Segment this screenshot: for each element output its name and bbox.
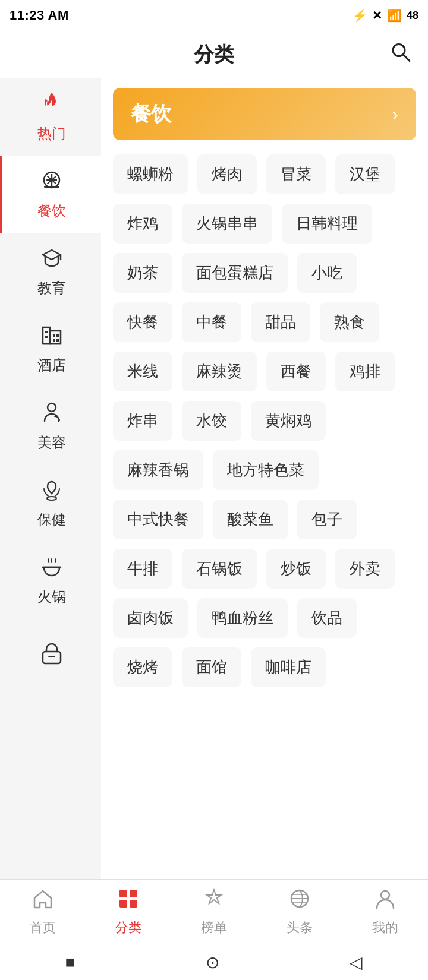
hotel-icon: [39, 323, 64, 351]
list-item[interactable]: 水饺: [182, 401, 241, 441]
sidebar-item-bag[interactable]: [0, 619, 101, 696]
list-item[interactable]: 酸菜鱼: [213, 500, 288, 539]
sidebar-label-beauty: 美容: [37, 433, 66, 452]
android-circle-btn[interactable]: ⊙: [206, 953, 219, 972]
list-item[interactable]: 咖啡店: [251, 647, 326, 687]
list-item[interactable]: 汉堡: [335, 154, 395, 194]
svg-rect-10: [56, 334, 59, 337]
svg-rect-19: [130, 900, 137, 908]
sidebar-item-hotpot[interactable]: 火锅: [0, 542, 101, 619]
list-item[interactable]: 面包蛋糕店: [182, 253, 288, 293]
list-item[interactable]: 小吃: [297, 253, 357, 293]
nav-label-mine: 我的: [372, 919, 398, 937]
nav-label-home: 首页: [30, 919, 56, 937]
list-item[interactable]: 鸭血粉丝: [197, 598, 288, 638]
header: 分类: [0, 31, 428, 78]
sidebar-item-beauty[interactable]: 美容: [0, 387, 101, 464]
status-time: 11:23 AM: [10, 8, 69, 23]
page-title: 分类: [194, 41, 234, 68]
sidebar-label-hot: 热门: [37, 124, 66, 143]
bluetooth-icon: ⚡: [353, 8, 367, 23]
sidebar-item-education[interactable]: 教育: [0, 233, 101, 310]
list-item[interactable]: 饮品: [297, 598, 357, 638]
bag-icon: [39, 641, 64, 669]
dining-icon: [39, 168, 64, 197]
svg-point-14: [47, 497, 56, 500]
list-item[interactable]: 鸡排: [335, 352, 395, 391]
sidebar-item-dining[interactable]: 餐饮: [0, 156, 101, 233]
list-item[interactable]: 熟食: [320, 302, 379, 342]
list-item[interactable]: 中式快餐: [113, 500, 203, 539]
wifi-icon: 📶: [387, 8, 402, 23]
sidebar-label-hotel: 酒店: [37, 356, 66, 375]
sidebar-label-hotpot: 火锅: [37, 587, 66, 606]
android-square-btn[interactable]: ■: [65, 953, 75, 972]
list-item[interactable]: 烤肉: [197, 154, 257, 194]
svg-rect-11: [56, 339, 59, 342]
list-item[interactable]: 炸鸡: [113, 204, 172, 244]
nav-label-news: 头条: [287, 919, 313, 937]
list-item[interactable]: 奶茶: [113, 253, 172, 293]
svg-rect-15: [43, 652, 61, 663]
list-item[interactable]: 炒饭: [266, 549, 326, 589]
list-item[interactable]: 地方特色菜: [213, 450, 319, 490]
nav-item-news[interactable]: 头条: [270, 887, 329, 937]
bottom-nav: 首页 分类 榜单 头条: [0, 879, 428, 944]
svg-line-1: [404, 55, 410, 61]
nav-item-category[interactable]: 分类: [99, 887, 158, 937]
nav-label-category: 分类: [115, 919, 141, 937]
nav-item-mine[interactable]: 我的: [355, 887, 415, 937]
sidebar-item-health[interactable]: 保健: [0, 464, 101, 542]
list-item[interactable]: 外卖: [335, 549, 395, 589]
status-bar: 11:23 AM ⚡ ✕ 📶 48: [0, 0, 428, 31]
svg-rect-3: [44, 186, 59, 188]
list-item[interactable]: 牛排: [113, 549, 172, 589]
home-icon: [32, 887, 54, 915]
list-item[interactable]: 包子: [297, 500, 357, 539]
list-item[interactable]: 卤肉饭: [113, 598, 188, 638]
list-item[interactable]: 中餐: [182, 302, 241, 342]
list-item[interactable]: 快餐: [113, 302, 172, 342]
svg-rect-16: [119, 890, 127, 897]
education-icon: [39, 245, 64, 274]
svg-rect-6: [45, 331, 48, 333]
main-layout: 热门 餐饮: [0, 78, 428, 879]
nav-item-rank[interactable]: 榜单: [184, 887, 244, 937]
list-item[interactable]: 螺蛳粉: [113, 154, 188, 194]
svg-rect-9: [53, 339, 55, 342]
list-item[interactable]: 炸串: [113, 401, 172, 441]
hot-icon: [39, 91, 64, 119]
search-button[interactable]: [390, 41, 411, 68]
list-item[interactable]: 冒菜: [266, 154, 326, 194]
list-item[interactable]: 火锅串串: [182, 204, 272, 244]
android-back-btn[interactable]: ◁: [350, 953, 363, 972]
list-item[interactable]: 麻辣香锅: [113, 450, 203, 490]
list-item[interactable]: 米线: [113, 352, 172, 391]
list-item[interactable]: 麻辣烫: [182, 352, 257, 391]
beauty-icon: [39, 400, 64, 428]
svg-point-13: [48, 403, 56, 412]
news-icon: [288, 887, 311, 915]
category-icon: [117, 887, 140, 915]
list-item[interactable]: 面馆: [182, 647, 241, 687]
svg-rect-5: [50, 331, 61, 344]
list-item[interactable]: 石锅饭: [182, 549, 257, 589]
nav-label-rank: 榜单: [201, 919, 227, 937]
sidebar-item-hotel[interactable]: 酒店: [0, 310, 101, 387]
nav-item-home[interactable]: 首页: [13, 887, 73, 937]
category-banner[interactable]: 餐饮 ›: [113, 88, 416, 140]
svg-rect-7: [45, 336, 48, 338]
sidebar-label-health: 保健: [37, 510, 66, 529]
svg-rect-17: [119, 900, 127, 908]
sidebar-item-hot[interactable]: 热门: [0, 78, 101, 156]
list-item[interactable]: 西餐: [266, 352, 326, 391]
list-item[interactable]: 黄焖鸡: [251, 401, 326, 441]
list-item[interactable]: 甜品: [251, 302, 310, 342]
banner-arrow-icon: ›: [392, 103, 398, 125]
list-item[interactable]: 日韩料理: [282, 204, 372, 244]
sim-icon: ✕: [372, 8, 382, 23]
hotpot-icon: [39, 554, 64, 583]
battery-level: 48: [407, 10, 418, 22]
list-item[interactable]: 烧烤: [113, 647, 172, 687]
mine-icon: [374, 887, 396, 915]
